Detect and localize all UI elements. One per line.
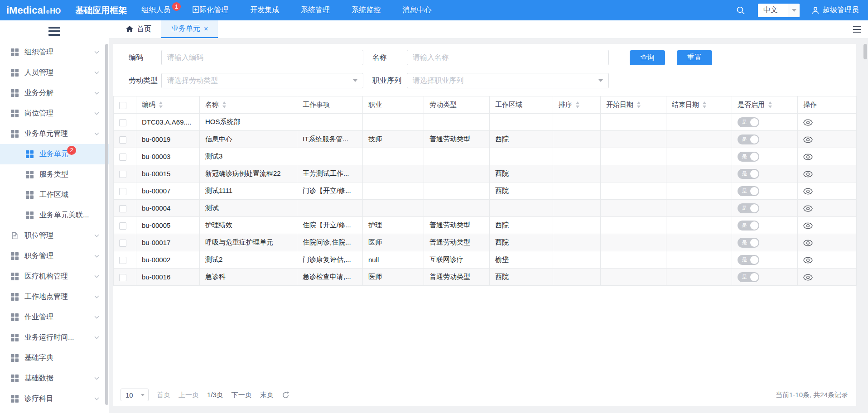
nav-item-0[interactable]: 组织人员1 — [130, 0, 181, 20]
user-menu[interactable]: 超级管理员 — [811, 5, 859, 15]
nav-item-5[interactable]: 消息中心 — [391, 0, 442, 20]
chevron-down-icon — [94, 70, 100, 76]
sidebar-item-15[interactable]: 基础字典 — [0, 348, 109, 368]
sort-icon[interactable] — [576, 101, 579, 108]
row-checkbox[interactable] — [119, 257, 126, 264]
tab-list-icon[interactable] — [846, 20, 868, 38]
sort-icon[interactable] — [637, 101, 641, 108]
select-all-checkbox[interactable] — [119, 102, 126, 109]
view-eye-icon[interactable] — [803, 222, 813, 229]
enabled-toggle[interactable]: 是 — [738, 255, 759, 265]
close-icon[interactable]: × — [204, 25, 208, 33]
column-header-name[interactable]: 名称 — [200, 96, 297, 114]
sort-icon[interactable] — [222, 101, 226, 108]
sidebar-item-1[interactable]: 人员管理 — [0, 62, 109, 83]
row-checkbox[interactable] — [119, 119, 126, 126]
sort-icon[interactable] — [703, 101, 706, 108]
enabled-toggle[interactable]: 是 — [738, 186, 759, 196]
sidebar-item-4[interactable]: 业务单元管理 — [0, 124, 109, 144]
sidebar-item-8[interactable]: 业务单元关联... — [0, 205, 109, 226]
view-eye-icon[interactable] — [803, 274, 813, 281]
name-input[interactable] — [407, 50, 609, 65]
cell-work_item: 急诊检查申请,... — [297, 269, 363, 286]
column-header-sort[interactable]: 排序 — [553, 96, 601, 114]
view-eye-icon[interactable] — [803, 240, 813, 246]
row-checkbox[interactable] — [119, 274, 126, 281]
enabled-toggle[interactable]: 是 — [738, 272, 759, 282]
row-checkbox[interactable] — [119, 136, 126, 144]
row-checkbox[interactable] — [119, 240, 126, 247]
enabled-toggle[interactable]: 是 — [738, 134, 759, 144]
view-eye-icon[interactable] — [803, 257, 813, 264]
view-eye-icon[interactable] — [803, 119, 813, 126]
sidebar-scrollbar[interactable] — [105, 44, 108, 405]
column-header-end_date[interactable]: 结束日期 — [666, 96, 732, 114]
sidebar-item-3[interactable]: 岗位管理 — [0, 103, 109, 124]
sidebar-item-5[interactable]: 业务单元2 — [0, 144, 109, 164]
cell-occupation — [363, 148, 424, 165]
sidebar-item-12[interactable]: 工作地点管理 — [0, 287, 109, 307]
language-select[interactable]: 中文 — [758, 4, 800, 17]
nav-item-1[interactable]: 国际化管理 — [181, 0, 239, 20]
cell-code: bu-00017 — [136, 234, 200, 251]
sidebar-item-7[interactable]: 工作区域 — [0, 185, 109, 205]
tab-business-unit[interactable]: 业务单元 × — [161, 20, 218, 38]
nav-item-4[interactable]: 系统监控 — [341, 0, 391, 20]
code-input[interactable] — [161, 50, 363, 65]
enabled-toggle[interactable]: 是 — [738, 169, 759, 179]
last-page-button[interactable]: 末页 — [260, 391, 274, 399]
sidebar-item-9[interactable]: 职位管理 — [0, 226, 109, 246]
row-checkbox[interactable] — [119, 171, 126, 178]
record-summary: 当前1-10条, 共24条记录 — [776, 391, 848, 399]
sidebar-item-13[interactable]: 作业管理 — [0, 307, 109, 327]
sidebar-item-16[interactable]: 基础数据 — [0, 368, 109, 389]
next-page-button[interactable]: 下一页 — [231, 391, 252, 399]
prev-page-button[interactable]: 上一页 — [178, 391, 199, 399]
cell-start_date — [601, 217, 666, 234]
sort-icon[interactable] — [159, 101, 163, 108]
search-icon[interactable] — [736, 6, 745, 15]
first-page-button[interactable]: 首页 — [157, 391, 170, 399]
sidebar-item-2[interactable]: 业务分解 — [0, 83, 109, 103]
career-select[interactable]: 请选择职业序列 — [407, 73, 609, 88]
cell-work_area: 榆垡 — [490, 251, 553, 269]
row-checkbox[interactable] — [119, 188, 126, 195]
tab-home[interactable]: 首页 — [116, 20, 161, 38]
view-eye-icon[interactable] — [803, 154, 813, 160]
view-eye-icon[interactable] — [803, 136, 813, 143]
row-checkbox[interactable] — [119, 222, 126, 230]
nav-item-2[interactable]: 开发集成 — [239, 0, 290, 20]
app-title[interactable]: 基础应用框架 — [75, 5, 127, 16]
row-checkbox[interactable] — [119, 154, 126, 161]
view-eye-icon[interactable] — [803, 188, 813, 195]
content-scrollbar[interactable] — [863, 44, 867, 59]
sort-icon[interactable] — [768, 101, 772, 108]
column-header-select — [114, 96, 136, 114]
sidebar-collapse-button[interactable] — [0, 20, 109, 42]
enabled-toggle[interactable]: 是 — [738, 221, 759, 231]
view-eye-icon[interactable] — [803, 205, 813, 212]
home-icon — [126, 26, 133, 33]
enabled-toggle[interactable]: 是 — [738, 238, 759, 248]
cell-start_date — [601, 269, 666, 286]
page-size-select[interactable]: 10 — [121, 389, 149, 401]
enabled-toggle[interactable]: 是 — [738, 203, 759, 213]
sidebar-item-10[interactable]: 职务管理 — [0, 246, 109, 266]
sidebar-item-11[interactable]: 医疗机构管理 — [0, 266, 109, 287]
sidebar-item-17[interactable]: 诊疗科目 — [0, 389, 109, 409]
sidebar-item-14[interactable]: 业务运行时间... — [0, 327, 109, 348]
sidebar-item-6[interactable]: 服务类型 — [0, 164, 109, 185]
column-header-code[interactable]: 编码 — [136, 96, 200, 114]
column-header-start_date[interactable]: 开始日期 — [601, 96, 666, 114]
labor-type-select[interactable]: 请选择劳动类型 — [161, 73, 363, 88]
refresh-icon[interactable] — [282, 391, 289, 399]
view-eye-icon[interactable] — [803, 171, 813, 178]
enabled-toggle[interactable]: 是 — [738, 152, 759, 162]
row-checkbox[interactable] — [119, 205, 126, 212]
nav-item-3[interactable]: 系统管理 — [290, 0, 341, 20]
column-header-enabled[interactable]: 是否启用 — [732, 96, 798, 114]
sidebar-item-0[interactable]: 组织管理 — [0, 42, 109, 62]
enabled-toggle[interactable]: 是 — [738, 117, 759, 127]
reset-button[interactable]: 重置 — [677, 50, 712, 65]
search-button[interactable]: 查询 — [630, 50, 665, 65]
